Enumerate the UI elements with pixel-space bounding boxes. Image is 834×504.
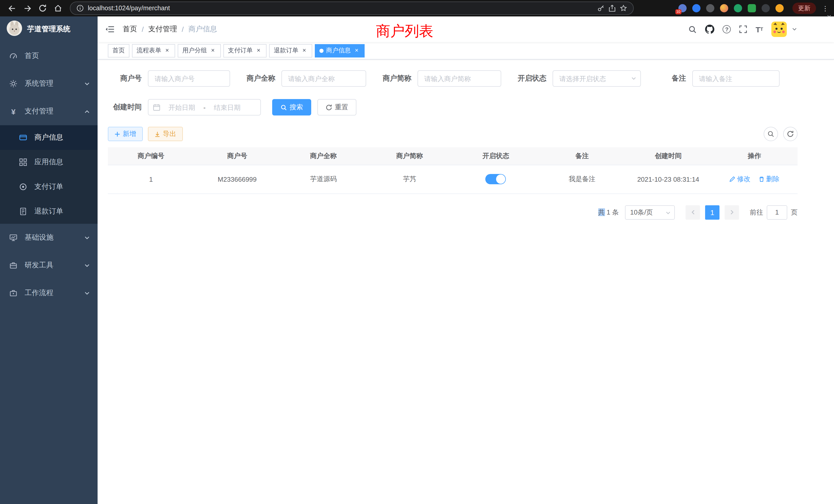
- forward-icon[interactable]: [21, 2, 34, 15]
- sidebar-item-workflow[interactable]: 工作流程: [0, 279, 97, 307]
- calendar-icon: [153, 104, 160, 111]
- header-search-icon[interactable]: [688, 25, 697, 33]
- tab-home[interactable]: 首页: [108, 44, 129, 57]
- merchant-table: 商户编号 商户号 商户全称 商户简称 开启状态 备注 创建时间 操作 1 M23…: [108, 147, 797, 194]
- avatar-caret-icon[interactable]: [792, 27, 797, 32]
- sidebar-item-dev-tools[interactable]: 研发工具: [0, 251, 97, 279]
- sidebar-item-app-info[interactable]: 应用信息: [0, 150, 97, 175]
- github-icon[interactable]: [705, 25, 715, 34]
- tab-process-form[interactable]: 流程表单 ×: [132, 44, 175, 57]
- tab-merchant-info[interactable]: 商户信息 ×: [315, 44, 365, 57]
- close-icon[interactable]: ×: [301, 47, 308, 54]
- tab-payment-orders[interactable]: 支付订单 ×: [223, 44, 266, 57]
- back-icon[interactable]: [5, 2, 19, 15]
- delete-link[interactable]: 删除: [759, 175, 780, 184]
- page-number-button[interactable]: 1: [705, 205, 720, 220]
- sidebar-item-merchant-info[interactable]: 商户信息: [0, 125, 97, 150]
- browser-update-button[interactable]: 更新: [792, 3, 816, 14]
- red-annotation-text: 商户列表: [376, 22, 434, 41]
- reload-icon[interactable]: [36, 2, 49, 15]
- extension-icon[interactable]: [692, 4, 701, 12]
- cell-short-name: 芋艿: [367, 165, 453, 193]
- next-page-button[interactable]: [725, 205, 739, 220]
- status-select[interactable]: [553, 70, 641, 87]
- short-name-input[interactable]: [418, 70, 501, 87]
- extension-icon[interactable]: [706, 4, 714, 12]
- breadcrumb-payment[interactable]: 支付管理: [148, 25, 177, 34]
- share-icon[interactable]: [609, 5, 616, 12]
- font-size-icon[interactable]: TT: [756, 25, 763, 33]
- refresh-icon[interactable]: [783, 127, 797, 141]
- breadcrumb-separator: /: [142, 25, 144, 33]
- chevron-down-icon: [84, 290, 90, 296]
- url-text: localhost:1024/pay/merchant: [88, 5, 170, 12]
- date-range-picker[interactable]: -: [148, 99, 261, 115]
- info-icon[interactable]: [76, 5, 84, 12]
- extension-icon[interactable]: [775, 4, 784, 12]
- app-root: 芋道管理系统 首页 系统管理 ¥ 支付管理: [0, 17, 834, 504]
- remark-input[interactable]: [692, 70, 780, 87]
- sidebar-toggle-icon[interactable]: [105, 25, 114, 33]
- goto-page-input[interactable]: [767, 205, 787, 220]
- user-avatar[interactable]: [771, 22, 787, 37]
- toggle-search-icon[interactable]: [764, 127, 778, 141]
- tab-refund-orders[interactable]: 退款订单 ×: [269, 44, 312, 57]
- key-icon[interactable]: [597, 5, 605, 12]
- table-toolbar: 新增 导出: [108, 127, 797, 141]
- end-date-input[interactable]: [208, 104, 246, 111]
- close-icon[interactable]: ×: [210, 47, 216, 54]
- close-icon[interactable]: ×: [164, 47, 171, 54]
- table-row: 1 M233666999 芋道源码 芋艿 我是备注 2021-10-23 08:…: [108, 165, 797, 193]
- column-header: 商户号: [194, 147, 280, 165]
- extension-icon[interactable]: [762, 4, 770, 12]
- extension-icon[interactable]: [720, 4, 728, 12]
- prev-page-button[interactable]: [686, 205, 700, 220]
- extensions-cluster: 10 更新 ⋮: [678, 3, 829, 14]
- browser-menu-icon[interactable]: ⋮: [822, 4, 829, 12]
- export-button[interactable]: 导出: [148, 127, 183, 141]
- full-name-input[interactable]: [281, 70, 366, 87]
- goto-label: 前往: [750, 208, 763, 217]
- cell-merchant-no: M233666999: [194, 165, 280, 193]
- address-bar[interactable]: localhost:1024/pay/merchant: [70, 2, 634, 15]
- sidebar-item-payment[interactable]: ¥ 支付管理: [0, 97, 97, 125]
- tab-user-group[interactable]: 用户分组 ×: [178, 44, 221, 57]
- sidebar-item-payment-orders[interactable]: 支付订单: [0, 175, 97, 199]
- filter-status: 开启状态: [512, 70, 641, 87]
- add-button[interactable]: 新增: [108, 127, 143, 141]
- close-icon[interactable]: ×: [353, 47, 360, 54]
- chevron-down-icon: [665, 210, 671, 215]
- status-toggle[interactable]: [486, 174, 506, 184]
- total-suffix: 条: [612, 208, 619, 216]
- edit-link[interactable]: 修改: [729, 175, 750, 184]
- help-icon[interactable]: ?: [723, 25, 731, 33]
- home-icon[interactable]: [51, 2, 65, 15]
- sidebar-item-home[interactable]: 首页: [0, 42, 97, 70]
- order-icon: [19, 183, 28, 191]
- start-date-input[interactable]: [163, 104, 201, 111]
- dashboard-icon: [9, 52, 18, 60]
- search-button-label: 搜索: [290, 102, 303, 112]
- tab-label: 首页: [112, 46, 125, 55]
- filter-short-name: 商户简称: [377, 70, 501, 87]
- sidebar-item-refund-orders[interactable]: 退款订单: [0, 199, 97, 224]
- reset-button[interactable]: 重置: [317, 99, 356, 115]
- sidebar-item-system[interactable]: 系统管理: [0, 70, 97, 97]
- edit-link-label: 修改: [737, 175, 750, 184]
- extension-icon[interactable]: 10: [678, 4, 687, 12]
- merchant-no-input[interactable]: [148, 70, 230, 87]
- page-size-select[interactable]: 10条/页: [625, 205, 675, 220]
- bookmark-star-icon[interactable]: [620, 5, 627, 12]
- close-icon[interactable]: ×: [255, 47, 262, 54]
- sidebar-item-infrastructure[interactable]: 基础设施: [0, 224, 97, 251]
- tab-label: 退款订单: [274, 46, 299, 55]
- app-logo[interactable]: 芋道管理系统: [0, 17, 97, 42]
- chevron-up-icon: [84, 109, 90, 114]
- sidebar-item-label: 支付管理: [25, 107, 53, 116]
- fullscreen-icon[interactable]: [739, 25, 747, 33]
- filter-label: 商户全称: [241, 74, 281, 83]
- extension-icon[interactable]: [734, 4, 742, 12]
- breadcrumb-home[interactable]: 首页: [123, 25, 137, 34]
- search-button[interactable]: 搜索: [272, 99, 311, 115]
- extension-icon[interactable]: [748, 4, 756, 12]
